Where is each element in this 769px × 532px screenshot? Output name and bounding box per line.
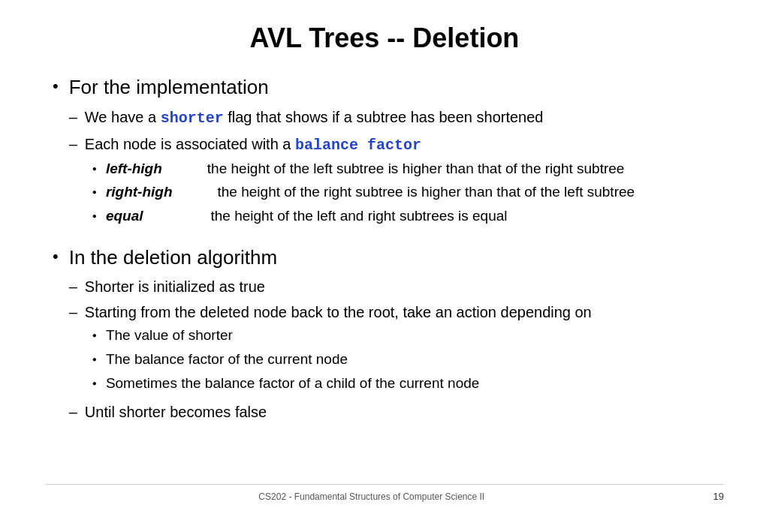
section1-item2-content: Each node is associated with a balance f…	[85, 134, 635, 230]
section2-item2-text: Starting from the deleted node back to t…	[85, 304, 592, 320]
small-dot-3: ●	[92, 211, 97, 221]
balance-factor-keyword: balance factor	[295, 137, 421, 154]
content-area: • For the implementation – We have a sho…	[45, 75, 724, 484]
term-right-high: right-high	[106, 182, 173, 203]
section1-item-2: – Each node is associated with a balance…	[69, 134, 635, 230]
dash-2: –	[69, 134, 77, 155]
small-dot-5: ●	[92, 354, 97, 365]
footer-page-number: 19	[713, 491, 724, 502]
balance-item-right-high: ● right-high the height of the right sub…	[92, 182, 635, 203]
term-equal: equal	[106, 206, 143, 227]
right-high-row: right-high the height of the right subtr…	[106, 182, 635, 203]
action-item-2: ● The balance factor of the current node	[92, 350, 592, 370]
action-list: ● The value of shorter ● The balance fac…	[85, 326, 592, 393]
section2-item-2: – Starting from the deleted node back to…	[69, 302, 592, 397]
equal-row: equal the height of the left and right s…	[106, 206, 635, 227]
action-item2-text: The balance factor of the current node	[106, 350, 348, 370]
section1-content: For the implementation – We have a short…	[69, 75, 635, 235]
term-left-high: left-high	[106, 159, 162, 179]
desc-left-high: the height of the left subtree is higher…	[207, 159, 625, 179]
balance-item-equal: ● equal the height of the left and right…	[92, 206, 635, 227]
section1-item1-text: We have a shorter flag that shows if a s…	[85, 107, 544, 129]
section2-item-3: – Until shorter becomes false	[69, 401, 592, 422]
section1-title: For the implementation	[69, 76, 269, 98]
bullet-dot-1: •	[53, 77, 59, 96]
bullet-dot-2: •	[53, 247, 59, 266]
action-item-3: ● Sometimes the balance factor of a chil…	[92, 374, 592, 394]
desc-equal: the height of the left and right subtree…	[211, 206, 508, 227]
small-dot-2: ●	[92, 187, 97, 197]
section1-item-1: – We have a shorter flag that shows if a…	[69, 107, 635, 129]
dash-5: –	[69, 401, 77, 422]
main-bullet-1: • For the implementation – We have a sho…	[53, 75, 724, 235]
dash-3: –	[69, 276, 77, 297]
section2-title: In the deletion algorithm	[69, 246, 278, 269]
desc-right-high: the height of the right subtree is highe…	[218, 182, 635, 203]
balance-item-left-high: ● left-high the height of the left subtr…	[92, 159, 635, 179]
action-item-1: ● The value of shorter	[92, 326, 592, 346]
section2-item3-text: Until shorter becomes false	[85, 401, 267, 422]
action-item1-text: The value of shorter	[106, 326, 233, 346]
section2-item2-content: Starting from the deleted node back to t…	[85, 302, 592, 397]
slide-footer: CS202 - Fundamental Structures of Comput…	[45, 484, 724, 502]
section2-item-1: – Shorter is initialized as true	[69, 276, 592, 297]
small-dot-1: ●	[92, 164, 97, 174]
slide-title: AVL Trees -- Deletion	[45, 23, 724, 54]
left-high-row: left-high the height of the left subtree…	[106, 159, 635, 179]
section2-sublist: – Shorter is initialized as true – Start…	[69, 276, 592, 422]
main-bullet-2: • In the deletion algorithm – Shorter is…	[53, 245, 724, 428]
section2-item1-text: Shorter is initialized as true	[85, 276, 265, 297]
section1-item2-text: Each node is associated with a balance f…	[85, 136, 421, 152]
slide: AVL Trees -- Deletion • For the implemen…	[0, 0, 769, 532]
section2-content: In the deletion algorithm – Shorter is i…	[69, 245, 592, 428]
shorter-keyword: shorter	[161, 110, 224, 127]
footer-course: CS202 - Fundamental Structures of Comput…	[45, 491, 698, 502]
dash-1: –	[69, 107, 77, 128]
action-item3-text: Sometimes the balance factor of a child …	[106, 374, 479, 394]
small-dot-6: ●	[92, 378, 97, 389]
balance-factor-list: ● left-high the height of the left subtr…	[85, 159, 635, 227]
small-dot-4: ●	[92, 330, 97, 341]
section1-sublist: – We have a shorter flag that shows if a…	[69, 107, 635, 230]
dash-4: –	[69, 302, 77, 323]
